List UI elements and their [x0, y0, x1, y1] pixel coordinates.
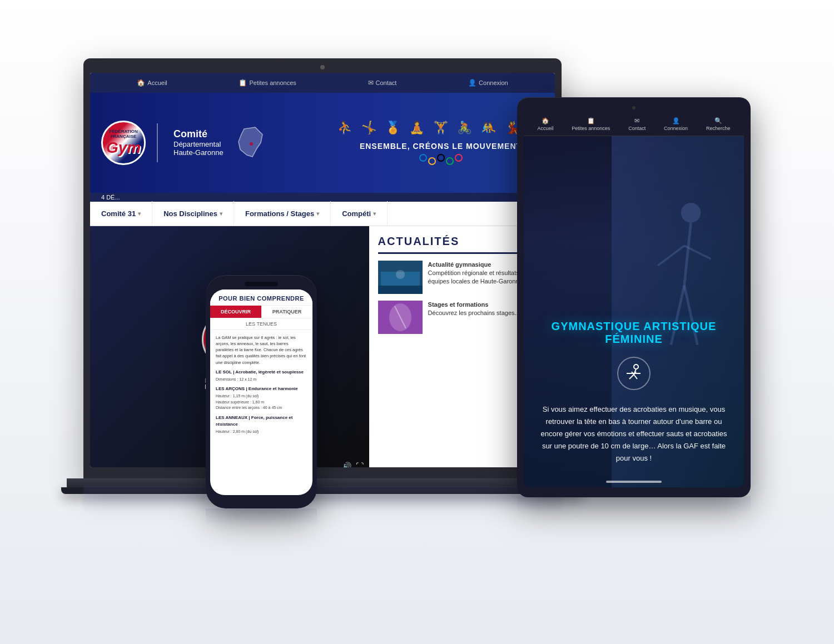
phone-section-arcons: LES ARÇONS | Endurance et harmonie [216, 386, 307, 392]
tablet-sport-title: GYMNASTIQUE ARTISTIQUE FÉMININE [537, 320, 731, 346]
phone-body: POUR BIEN COMPRENDRE DÉCOUVRIR PRATIQUER… [206, 275, 317, 508]
tablet-screen: 🏠 Accueil 📋 Petites annonces ✉ Contact 👤… [524, 113, 744, 487]
laptop-main-content: FÉDÉRATIONFRANÇAISE Gym COMITÉDÉPARTEMEN… [90, 226, 555, 467]
tablet-camera [632, 106, 636, 109]
svg-point-4 [396, 270, 405, 279]
svg-rect-3 [378, 286, 423, 294]
laptop-body: 🏠 Accueil 📋 Petites annonces ✉ Contact 👤… [83, 58, 562, 481]
phone-content: La GAM se pratique sur 6 agrès : le sol,… [210, 330, 312, 440]
phone-section-anneaux: LES ANNEAUX | Force, puissance et résist… [216, 415, 307, 428]
disc-icon-7: 🤼 [481, 121, 496, 135]
olympic-rings [337, 154, 544, 165]
tablet-description: Si vous aimez effectuer des acrobaties e… [537, 403, 731, 465]
topbar-annonces[interactable]: 📋 Petites annonces [239, 79, 296, 87]
ring-black [437, 154, 445, 162]
chevron-down-icon-4: ▾ [373, 211, 376, 217]
chevron-down-icon-2: ▾ [220, 211, 222, 217]
phone-intro-text: La GAM se pratique sur 6 agrès : le sol,… [216, 335, 307, 366]
tablet-home-icon: 🏠 [542, 117, 549, 124]
laptop-header: FÉDÉRATIONFRANÇAISE Gym Comité Départeme… [90, 93, 555, 193]
tablet-nav-annonces[interactable]: 📋 Petites annonces [572, 117, 610, 131]
tablet-topbar: 🏠 Accueil 📋 Petites annonces ✉ Contact 👤… [524, 113, 744, 136]
tab-pratiquer[interactable]: PRATIQUER [261, 306, 312, 318]
svg-line-18 [629, 375, 634, 379]
news-image-1 [378, 261, 423, 294]
phone-arcons-detail: Hauteur : 1,15 m (du sol) Hauteur supéri… [216, 393, 307, 411]
user-icon: 👤 [468, 79, 476, 87]
date-banner: 4 DÉ... [90, 193, 555, 202]
ring-blue [419, 154, 427, 162]
disc-icon-1: ⛹ [337, 121, 353, 135]
tablet-device: 🏠 Accueil 📋 Petites annonces ✉ Contact 👤… [517, 97, 751, 497]
home-icon: 🏠 [137, 79, 145, 87]
tablet-search-icon: 🔍 [714, 117, 722, 124]
logo-circle: FÉDÉRATIONFRANÇAISE Gym [101, 121, 146, 165]
topbar-contact[interactable]: ✉ Contact [368, 79, 397, 87]
nav-formations[interactable]: Formations / Stages ▾ [234, 201, 331, 226]
tab-decouvrir[interactable]: DÉCOUVRIR [210, 306, 261, 318]
tablet-contact-icon: ✉ [634, 117, 639, 124]
tablet-text-content: GYMNASTIQUE ARTISTIQUE FÉMININE [524, 320, 744, 465]
laptop-reflection [83, 486, 562, 514]
phone-screen: POUR BIEN COMPRENDRE DÉCOUVRIR PRATIQUER… [210, 289, 312, 495]
phone-subtab[interactable]: LES TENUES [210, 318, 312, 330]
logo-gym-text: Gym [106, 139, 141, 157]
topbar-accueil[interactable]: 🏠 Accueil [137, 79, 167, 87]
tablet-sport-icon [617, 357, 651, 390]
annonces-icon: 📋 [239, 79, 247, 87]
nav-comite[interactable]: Comité 31 ▾ [90, 201, 152, 226]
slogan-text: ENSEMBLE, CRÉONS LE MOUVEMENT [337, 142, 544, 151]
tablet-nav-recherche[interactable]: 🔍 Recherche [706, 117, 731, 131]
phone-notch [245, 282, 278, 286]
tablet-content: GYMNASTIQUE ARTISTIQUE FÉMININE [524, 136, 744, 487]
tablet-body: 🏠 Accueil 📋 Petites annonces ✉ Contact 👤… [517, 97, 751, 497]
svg-point-0 [250, 142, 253, 146]
disc-icon-5: 🏋 [433, 121, 448, 135]
phone-section-sol: LE SOL | Acrobatie, légèreté et soupless… [216, 369, 307, 376]
scene: 🏠 Accueil 📋 Petites annonces ✉ Contact 👤… [83, 58, 751, 586]
chevron-down-icon-3: ▾ [316, 211, 319, 217]
nav-competi[interactable]: Compéti ▾ [331, 201, 388, 226]
tablet-nav-connexion[interactable]: 👤 Connexion [664, 117, 688, 131]
laptop-topbar: 🏠 Accueil 📋 Petites annonces ✉ Contact 👤… [90, 73, 555, 93]
video-controls: 🔊 ⛶ [342, 462, 364, 467]
tablet-user-icon: 👤 [672, 117, 680, 124]
svg-point-15 [634, 365, 638, 369]
phone-home-bar [239, 490, 284, 492]
news-image-2 [378, 301, 423, 334]
nav-disciplines[interactable]: Nos Disciplines ▾ [152, 201, 234, 226]
laptop-screen: 🏠 Accueil 📋 Petites annonces ✉ Contact 👤… [90, 73, 555, 467]
volume-icon[interactable]: 🔊 [342, 462, 351, 467]
tablet-annonces-icon: 📋 [587, 117, 595, 124]
laptop-navbar: Comité 31 ▾ Nos Disciplines ▾ Formations… [90, 202, 555, 226]
header-right: ⛹ 🤸 🏅 🧘 🏋 🚴 🤼 💃 🎽 ENSEMBLE, CRÉONS LE MO… [337, 121, 544, 165]
contact-icon: ✉ [368, 79, 374, 87]
tablet-home-bar [606, 481, 662, 483]
disc-icon-6: 🚴 [457, 121, 472, 135]
ring-green [446, 157, 454, 165]
disc-icon-4: 🧘 [409, 121, 424, 135]
discipline-icons: ⛹ 🤸 🏅 🧘 🏋 🚴 🤼 💃 🎽 [337, 121, 544, 135]
tablet-reflection [517, 496, 751, 513]
ring-yellow [428, 157, 436, 165]
topbar-connexion[interactable]: 👤 Connexion [468, 79, 508, 87]
disc-icon-2: 🤸 [361, 121, 376, 135]
tablet-nav-accueil[interactable]: 🏠 Accueil [537, 117, 553, 131]
fullscreen-icon[interactable]: ⛶ [356, 462, 364, 467]
tablet-nav-contact[interactable]: ✉ Contact [628, 117, 646, 131]
phone-anneaux-detail: Hauteur : 2,80 m (du sol) [216, 429, 307, 435]
disc-icon-3: 🏅 [385, 121, 400, 135]
france-map-icon [236, 126, 264, 159]
laptop-device: 🏠 Accueil 📋 Petites annonces ✉ Contact 👤… [83, 58, 562, 514]
phone-device: POUR BIEN COMPRENDRE DÉCOUVRIR PRATIQUER… [206, 275, 317, 508]
phone-title: POUR BIEN COMPRENDRE [210, 289, 312, 306]
comite-info: Comité Départemental Haute-Garonne [173, 128, 224, 157]
laptop-camera [320, 65, 325, 69]
ring-red [455, 154, 463, 162]
chevron-down-icon: ▾ [138, 211, 141, 217]
phone-tabs: DÉCOUVRIR PRATIQUER [210, 306, 312, 318]
gym-logo: FÉDÉRATIONFRANÇAISE Gym Comité Départeme… [101, 121, 264, 165]
svg-line-19 [634, 375, 637, 379]
svg-point-9 [681, 202, 701, 222]
phone-sol-detail: Dimensions : 12 x 12 m [216, 377, 307, 383]
